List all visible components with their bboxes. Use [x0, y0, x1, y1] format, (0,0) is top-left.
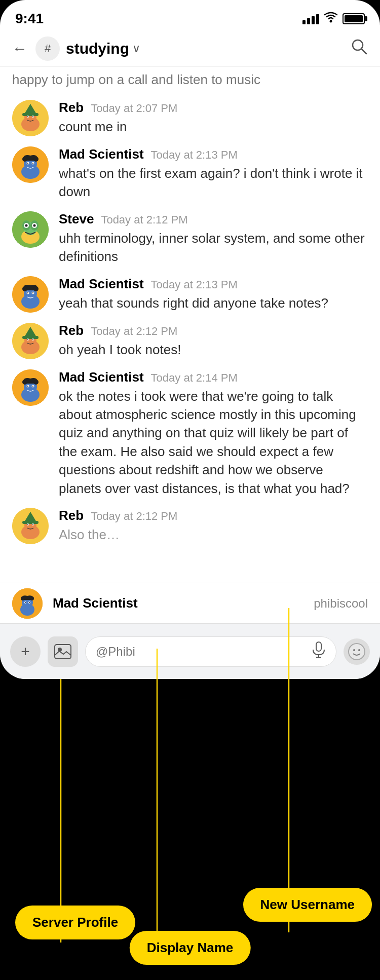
back-button[interactable]: ←: [12, 40, 27, 57]
message-input-wrap[interactable]: [85, 636, 336, 667]
hash-icon: #: [45, 42, 51, 55]
svg-point-73: [25, 602, 26, 603]
active-user-bar: Mad Scientist phibiscool: [0, 583, 380, 623]
phone-screen: 9:41 ←: [0, 0, 380, 679]
message-text: ok the notes i took were that we're goin…: [59, 387, 368, 498]
table-row: Reb Today at 2:07 PM count me in: [0, 93, 380, 139]
avatar: [12, 588, 43, 619]
avatar: [12, 211, 49, 248]
battery-icon: [343, 13, 365, 24]
svg-point-38: [32, 292, 33, 293]
signal-icon: [302, 13, 319, 24]
svg-line-2: [361, 49, 366, 54]
message-content: Reb Today at 2:07 PM count me in: [59, 100, 368, 136]
message-text: what's on the first exam again? i don't …: [59, 164, 368, 201]
message-time: Today at 2:13 PM: [151, 148, 238, 162]
message-content: Reb Today at 2:12 PM oh yeah I took note…: [59, 323, 368, 359]
table-row: Mad Scientist Today at 2:13 PM what's on…: [0, 139, 380, 204]
svg-point-34: [33, 286, 39, 291]
message-time: Today at 2:12 PM: [91, 325, 177, 338]
svg-point-52: [33, 380, 39, 385]
message-time: Today at 2:13 PM: [151, 278, 238, 291]
wifi-icon: [324, 12, 337, 26]
svg-point-46: [27, 339, 28, 340]
message-content: Reb Today at 2:12 PM Also the…: [59, 508, 368, 544]
message-time: Today at 2:14 PM: [151, 371, 238, 385]
svg-point-56: [32, 385, 33, 386]
svg-point-47: [32, 339, 33, 340]
chevron-down-icon[interactable]: ∨: [132, 42, 140, 55]
svg-point-80: [349, 644, 365, 660]
svg-point-65: [32, 524, 33, 525]
emoji-button[interactable]: [344, 638, 370, 665]
active-user-name: Mad Scientist: [53, 595, 138, 611]
message-text: count me in: [59, 118, 368, 136]
search-button[interactable]: [351, 38, 368, 59]
svg-rect-7: [22, 113, 39, 116]
svg-point-55: [27, 385, 28, 386]
svg-point-19: [27, 163, 28, 164]
message-time: Today at 2:12 PM: [91, 510, 177, 523]
message-input[interactable]: [96, 645, 307, 659]
svg-rect-43: [22, 336, 39, 339]
svg-point-82: [358, 649, 360, 651]
status-time: 9:41: [15, 11, 44, 27]
svg-point-64: [27, 524, 28, 525]
table-row: Reb Today at 2:12 PM Also the…: [0, 501, 380, 547]
svg-point-10: [27, 116, 28, 117]
new-username-button[interactable]: New Username: [243, 888, 372, 922]
input-bar: +: [0, 623, 380, 679]
message-author: Mad Scientist: [59, 146, 144, 162]
avatar: [12, 146, 49, 183]
message-author: Reb: [59, 508, 84, 523]
svg-rect-61: [22, 521, 39, 524]
message-time: Today at 2:07 PM: [91, 102, 177, 115]
add-button[interactable]: +: [10, 636, 41, 667]
svg-point-11: [32, 116, 33, 117]
table-row: Steve Today at 2:12 PM uhh terminology, …: [0, 204, 380, 269]
avatar: [12, 276, 49, 313]
message-content: Mad Scientist Today at 2:14 PM ok the no…: [59, 369, 368, 498]
svg-rect-75: [55, 645, 71, 659]
channel-name: studying: [66, 40, 129, 57]
message-content: Mad Scientist Today at 2:13 PM yeah that…: [59, 276, 368, 312]
message-author: Mad Scientist: [59, 369, 144, 385]
message-text: Also the…: [59, 525, 368, 544]
avatar: [12, 323, 49, 359]
message-text: uhh terminology, inner solar system, and…: [59, 229, 368, 266]
svg-point-51: [22, 380, 27, 385]
status-icons: [302, 12, 365, 26]
message-time: Today at 2:12 PM: [101, 213, 187, 227]
message-content: Steve Today at 2:12 PM uhh terminology, …: [59, 211, 368, 266]
message-author: Steve: [59, 211, 94, 227]
svg-point-33: [22, 286, 27, 291]
svg-point-74: [29, 602, 30, 603]
svg-point-69: [21, 596, 25, 600]
messages-container: happy to jump on a call and listen to mu…: [0, 67, 380, 623]
message-author: Mad Scientist: [59, 276, 144, 292]
svg-point-28: [25, 224, 28, 227]
table-row: Mad Scientist Today at 2:14 PM ok the no…: [0, 362, 380, 501]
status-bar: 9:41: [0, 0, 380, 30]
avatar: [12, 508, 49, 544]
message-text: oh yeah I took notes!: [59, 341, 368, 359]
message-author: Reb: [59, 323, 84, 338]
channel-header: ← # studying ∨: [0, 30, 380, 67]
channel-icon-wrap: #: [35, 36, 60, 61]
truncated-top-message: happy to jump on a call and listen to mu…: [0, 67, 380, 93]
table-row: Reb Today at 2:12 PM oh yeah I took note…: [0, 316, 380, 362]
microphone-icon[interactable]: [312, 642, 326, 661]
table-row: Mad Scientist Today at 2:13 PM yeah that…: [0, 269, 380, 316]
image-button[interactable]: [48, 636, 78, 667]
svg-point-37: [27, 292, 28, 293]
message-content: Mad Scientist Today at 2:13 PM what's on…: [59, 146, 368, 201]
svg-point-70: [30, 596, 34, 600]
svg-rect-77: [316, 642, 321, 651]
active-user-tag: phibiscool: [314, 596, 368, 611]
server-profile-button[interactable]: Server Profile: [15, 906, 135, 939]
avatar: [12, 369, 49, 406]
avatar: [12, 100, 49, 136]
display-name-button[interactable]: Display Name: [130, 931, 251, 965]
plus-icon: +: [21, 643, 30, 660]
svg-point-16: [33, 157, 39, 162]
